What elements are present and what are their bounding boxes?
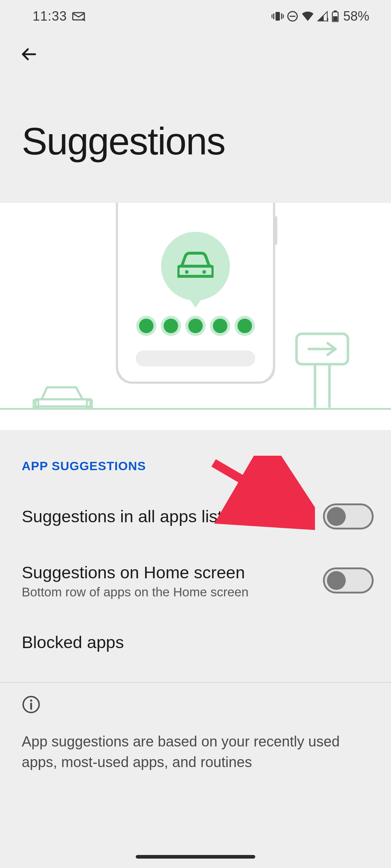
suggestion-bubble xyxy=(161,232,230,301)
toggle-suggestions-home[interactable] xyxy=(323,567,374,593)
info-text: App suggestions are based on your recent… xyxy=(22,731,369,773)
status-time: 11:33 xyxy=(33,9,67,24)
car-icon xyxy=(177,252,214,281)
svg-text:!: ! xyxy=(327,17,329,22)
gesture-handle[interactable] xyxy=(136,855,255,859)
info-icon xyxy=(22,695,369,715)
battery-percentage: 58% xyxy=(343,9,369,24)
back-button[interactable] xyxy=(14,40,43,69)
bubble-tail xyxy=(188,296,203,308)
item-suggestions-home[interactable]: Suggestions on Home screen Bottom row of… xyxy=(0,545,391,615)
app-bar xyxy=(0,33,391,76)
phone-mock xyxy=(116,203,275,384)
dock-dots xyxy=(123,319,268,333)
vibrate-icon xyxy=(272,11,284,22)
svg-rect-11 xyxy=(333,16,337,21)
illustration xyxy=(0,203,391,413)
search-pill xyxy=(136,350,255,366)
gap xyxy=(0,413,391,430)
item-title: Suggestions in all apps list xyxy=(22,505,222,527)
dock-dot xyxy=(188,319,203,333)
item-title: Blocked apps xyxy=(22,631,124,653)
wifi-icon xyxy=(301,11,314,22)
svg-point-18 xyxy=(185,270,189,274)
item-text: Suggestions on Home screen Bottom row of… xyxy=(22,561,248,599)
section-label: APP SUGGESTIONS xyxy=(0,430,391,488)
dnd-icon xyxy=(287,10,298,22)
car-outline-icon xyxy=(33,379,94,408)
sign-icon xyxy=(295,332,349,408)
status-right: ! 58% xyxy=(272,9,369,24)
page-title: Suggestions xyxy=(0,76,391,203)
dock-dot xyxy=(213,319,227,333)
item-suggestions-all-apps[interactable]: Suggestions in all apps list xyxy=(0,488,391,545)
item-text: Suggestions in all apps list xyxy=(22,505,222,527)
svg-point-21 xyxy=(30,699,32,702)
battery-icon xyxy=(332,10,339,22)
status-left: 11:33 xyxy=(33,9,85,24)
item-text: Blocked apps xyxy=(22,631,124,653)
svg-rect-1 xyxy=(276,12,280,21)
item-subtitle: Bottom row of apps on the Home screen xyxy=(22,585,248,599)
item-blocked-apps[interactable]: Blocked apps xyxy=(0,615,391,673)
voicemail-icon xyxy=(72,11,85,21)
dock-dot xyxy=(139,319,154,333)
dock-dot xyxy=(164,319,178,333)
item-title: Suggestions on Home screen xyxy=(22,561,248,583)
signal-icon: ! xyxy=(317,11,329,22)
status-bar: 11:33 xyxy=(0,0,391,33)
dock-dot xyxy=(237,319,252,333)
toggle-suggestions-all-apps[interactable] xyxy=(323,503,374,529)
svg-point-19 xyxy=(202,270,206,274)
back-arrow-icon xyxy=(19,44,39,64)
info-block: App suggestions are based on your recent… xyxy=(0,683,391,787)
